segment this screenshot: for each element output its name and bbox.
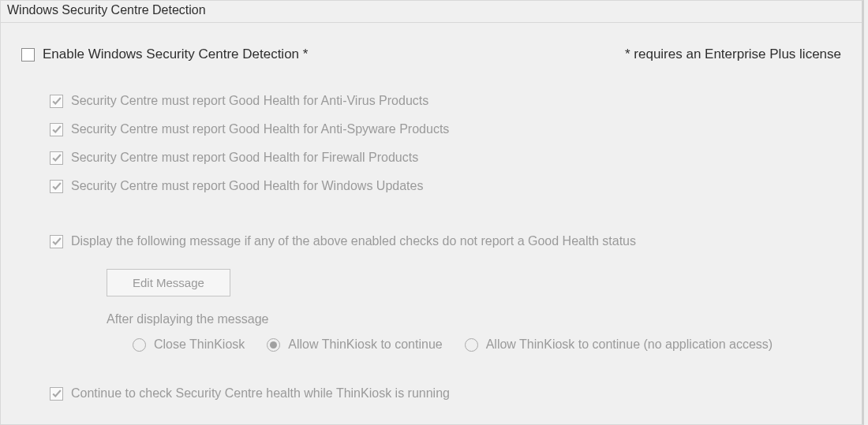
radio-allow-continue[interactable]: Allow ThinKiosk to continue [267, 337, 442, 352]
check-antivirus-row: Security Centre must report Good Health … [50, 94, 841, 108]
radio-close-label: Close ThinKiosk [154, 337, 245, 352]
after-action-group: Close ThinKiosk Allow ThinKiosk to conti… [133, 337, 841, 352]
after-display-label: After displaying the message [107, 312, 841, 326]
panel-content: Enable Windows Security Centre Detection… [1, 23, 862, 401]
checkmark-icon [51, 95, 62, 106]
check-antispyware-label: Security Centre must report Good Health … [71, 122, 449, 136]
radio-icon [267, 338, 280, 352]
check-antispyware-checkbox[interactable] [50, 123, 63, 136]
check-antivirus-checkbox[interactable] [50, 95, 63, 108]
checkmark-icon [51, 236, 62, 247]
radio-close-thinkiosk[interactable]: Close ThinKiosk [133, 337, 245, 352]
checks-group: Security Centre must report Good Health … [50, 94, 841, 401]
enable-row: Enable Windows Security Centre Detection… [21, 47, 841, 62]
checkmark-icon [51, 152, 62, 163]
display-message-label: Display the following message if any of … [71, 234, 636, 248]
check-antispyware-row: Security Centre must report Good Health … [50, 122, 841, 136]
display-message-checkbox[interactable] [50, 235, 63, 248]
edit-message-button[interactable]: Edit Message [107, 269, 230, 296]
security-centre-panel: Windows Security Centre Detection Enable… [0, 0, 864, 425]
checkmark-icon [51, 181, 62, 192]
radio-allow-label: Allow ThinKiosk to continue [288, 337, 442, 352]
check-firewall-row: Security Centre must report Good Health … [50, 151, 841, 165]
checkmark-icon [51, 388, 62, 399]
radio-allow-noaccess-label: Allow ThinKiosk to continue (no applicat… [486, 337, 773, 352]
check-antivirus-label: Security Centre must report Good Health … [71, 94, 428, 108]
check-firewall-checkbox[interactable] [50, 151, 63, 165]
check-updates-row: Security Centre must report Good Health … [50, 179, 841, 193]
check-firewall-label: Security Centre must report Good Health … [71, 151, 418, 165]
enable-checkbox[interactable] [21, 48, 35, 62]
radio-allow-noaccess[interactable]: Allow ThinKiosk to continue (no applicat… [465, 337, 773, 352]
continue-check-row: Continue to check Security Centre health… [50, 386, 841, 401]
continue-check-label: Continue to check Security Centre health… [71, 386, 450, 401]
checkmark-icon [51, 124, 62, 135]
radio-icon [465, 338, 478, 352]
continue-check-checkbox[interactable] [50, 387, 63, 401]
check-updates-label: Security Centre must report Good Health … [71, 179, 423, 193]
panel-title: Windows Security Centre Detection [1, 1, 862, 23]
radio-icon [133, 338, 146, 352]
license-note: * requires an Enterprise Plus license [625, 47, 841, 62]
enable-label: Enable Windows Security Centre Detection… [43, 47, 308, 62]
check-updates-checkbox[interactable] [50, 180, 63, 193]
display-message-row: Display the following message if any of … [50, 234, 841, 248]
